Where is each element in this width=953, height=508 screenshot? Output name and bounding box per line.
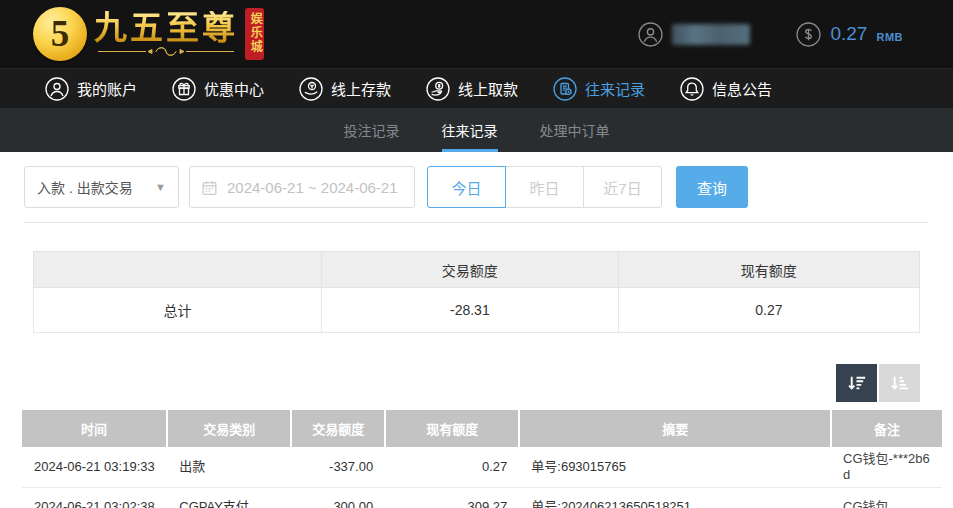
summary-header-cell: 交易额度 bbox=[321, 252, 618, 288]
topbar-right: 0.27 RMB bbox=[638, 22, 903, 47]
balance-currency: RMB bbox=[876, 26, 903, 43]
username-redacted bbox=[672, 24, 750, 45]
user-icon bbox=[45, 77, 69, 101]
records-icon bbox=[553, 77, 577, 101]
tab-transaction-records[interactable]: 往来记录 bbox=[442, 108, 498, 152]
nav-item-announcements[interactable]: 信息公告 bbox=[680, 77, 772, 101]
deposit-icon bbox=[299, 77, 323, 101]
filter-bar: 入款 . 出款交易 ▼ 2024-06-21 ~ 2024-06-21 今日 昨… bbox=[24, 166, 929, 208]
site-logo[interactable]: 5 九五至尊 娱乐城 bbox=[33, 7, 264, 61]
calendar-icon bbox=[201, 179, 218, 196]
cell-remark: CG钱包 bbox=[831, 488, 942, 508]
main-nav: 我的账户 优惠中心 线上存款 bbox=[0, 68, 953, 108]
caret-down-icon: ▼ bbox=[155, 181, 166, 193]
nav-item-label: 线上取款 bbox=[458, 78, 518, 99]
cell-amount: 300.00 bbox=[291, 488, 385, 508]
cell-balance: 0.27 bbox=[385, 447, 519, 488]
summary-total-label: 总计 bbox=[34, 288, 322, 333]
records-header-time: 时间 bbox=[22, 410, 167, 447]
tab-pending-orders[interactable]: 处理中订单 bbox=[540, 108, 610, 152]
records-header-remark: 备注 bbox=[831, 410, 942, 447]
sort-controls bbox=[24, 364, 920, 402]
cell-summary: 单号:202406213650518251 bbox=[519, 488, 831, 508]
nav-item-my-account[interactable]: 我的账户 bbox=[45, 77, 137, 101]
logo-flourish-icon bbox=[96, 46, 236, 57]
summary-header-cell: 现有额度 bbox=[618, 252, 919, 288]
records-header-summary: 摘要 bbox=[519, 410, 831, 447]
page: 5 九五至尊 娱乐城 bbox=[0, 0, 953, 508]
records-header-balance: 现有额度 bbox=[385, 410, 519, 447]
tab-label: 处理中订单 bbox=[540, 120, 610, 140]
sort-descending-button[interactable] bbox=[836, 364, 877, 402]
cell-amount: -337.00 bbox=[291, 447, 385, 488]
cell-time: 2024-06-21 03:02:38 bbox=[22, 488, 167, 508]
nav-item-label: 线上存款 bbox=[331, 78, 391, 99]
cell-remark: CG钱包-***2b6d bbox=[831, 447, 942, 488]
nav-item-promotions[interactable]: 优惠中心 bbox=[172, 77, 264, 101]
quick-range-group: 今日 昨日 近7日 bbox=[427, 166, 662, 208]
user-avatar-icon bbox=[638, 22, 663, 47]
brand-badge: 娱乐城 bbox=[245, 8, 264, 60]
date-range-input[interactable]: 2024-06-21 ~ 2024-06-21 bbox=[189, 166, 415, 208]
cell-type: 出款 bbox=[167, 447, 291, 488]
summary-total-amount: -28.31 bbox=[321, 288, 618, 333]
summary-header-cell bbox=[34, 252, 322, 288]
table-row: 2024-06-21 03:19:33 出款 -337.00 0.27 单号:6… bbox=[22, 447, 942, 488]
nav-item-label: 我的账户 bbox=[77, 78, 137, 99]
date-range-value: 2024-06-21 ~ 2024-06-21 bbox=[227, 179, 398, 196]
nav-item-label: 信息公告 bbox=[712, 78, 772, 99]
records-header-type: 交易类别 bbox=[167, 410, 291, 447]
sort-asc-icon bbox=[888, 372, 911, 395]
content-area: 入款 . 出款交易 ▼ 2024-06-21 ~ 2024-06-21 今日 昨… bbox=[0, 166, 953, 508]
summary-total-row: 总计 -28.31 0.27 bbox=[34, 288, 920, 333]
selected-type: 入款 . 出款交易 bbox=[37, 177, 133, 197]
last7days-button[interactable]: 近7日 bbox=[583, 166, 662, 208]
sort-ascending-button[interactable] bbox=[879, 364, 920, 402]
sort-desc-icon bbox=[845, 372, 868, 395]
records-header-row: 时间 交易类别 交易额度 现有额度 摘要 备注 bbox=[22, 410, 942, 447]
brand-name: 九五至尊 bbox=[94, 11, 238, 46]
balance-amount: 0.27 bbox=[830, 23, 867, 45]
cell-time: 2024-06-21 03:19:33 bbox=[22, 447, 167, 488]
nav-item-deposit[interactable]: 线上存款 bbox=[299, 77, 391, 101]
user-account[interactable] bbox=[638, 22, 750, 47]
records-header-amount: 交易额度 bbox=[291, 410, 385, 447]
bell-icon bbox=[680, 77, 704, 101]
filter-divider bbox=[24, 222, 929, 223]
cell-type: CGPAY支付 bbox=[167, 488, 291, 508]
summary-header-row: 交易额度 现有额度 bbox=[34, 252, 920, 288]
summary-table: 交易额度 现有额度 总计 -28.31 0.27 bbox=[33, 251, 920, 333]
nav-item-label: 优惠中心 bbox=[204, 78, 264, 99]
query-button[interactable]: 查询 bbox=[676, 166, 748, 208]
withdraw-icon bbox=[426, 77, 450, 101]
nav-item-withdraw[interactable]: 线上取款 bbox=[426, 77, 518, 101]
brand-block: 九五至尊 bbox=[94, 11, 238, 58]
transaction-type-select[interactable]: 入款 . 出款交易 ▼ bbox=[24, 166, 179, 208]
gift-icon bbox=[172, 77, 196, 101]
today-button[interactable]: 今日 bbox=[427, 166, 506, 208]
summary-total-balance: 0.27 bbox=[618, 288, 919, 333]
dollar-icon bbox=[796, 22, 821, 47]
table-row: 2024-06-21 03:02:38 CGPAY支付 300.00 309.2… bbox=[22, 488, 942, 508]
balance[interactable]: 0.27 RMB bbox=[796, 22, 903, 47]
nav-item-label: 往来记录 bbox=[585, 78, 645, 99]
cell-summary: 单号:693015765 bbox=[519, 447, 831, 488]
record-tabs: 投注记录 往来记录 处理中订单 bbox=[0, 108, 953, 152]
top-header: 5 九五至尊 娱乐城 bbox=[0, 0, 953, 68]
nav-item-records[interactable]: 往来记录 bbox=[553, 77, 645, 101]
logo-mark-glyph: 5 bbox=[51, 12, 70, 55]
yesterday-button[interactable]: 昨日 bbox=[505, 166, 584, 208]
tab-label: 投注记录 bbox=[344, 120, 400, 140]
logo-mark-icon: 5 bbox=[33, 7, 87, 61]
tab-label: 往来记录 bbox=[442, 120, 498, 140]
tab-betting-records[interactable]: 投注记录 bbox=[344, 108, 400, 152]
records-table: 时间 交易类别 交易额度 现有额度 摘要 备注 2024-06-21 03:19… bbox=[22, 410, 942, 508]
cell-balance: 309.27 bbox=[385, 488, 519, 508]
